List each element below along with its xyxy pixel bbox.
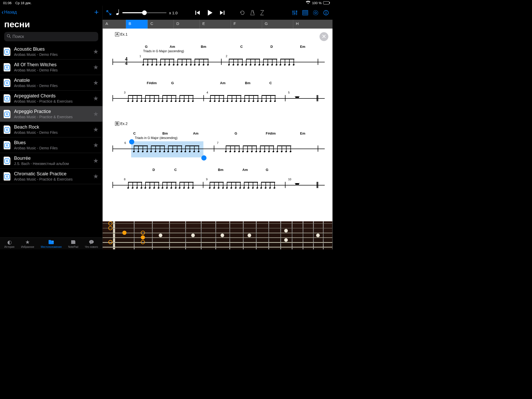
svg-line-1 xyxy=(10,37,11,38)
favorite-star[interactable]: ★ xyxy=(93,110,99,118)
section-c[interactable]: C xyxy=(148,20,174,29)
chord-label: D xyxy=(270,45,273,49)
section-h[interactable]: H xyxy=(293,20,324,29)
tab-label: Избранное xyxy=(21,245,34,248)
info-button[interactable] xyxy=(323,10,329,16)
caption-1: Triads in G Major (ascending) xyxy=(143,49,184,53)
status-bar: 01:06 Ср 18 дек. 100 % xyxy=(0,0,332,6)
fretboard-button[interactable] xyxy=(302,10,308,15)
chord-label: F#dim xyxy=(266,131,276,135)
search-icon xyxy=(7,34,11,39)
tab-whatsnew[interactable]: Что нового xyxy=(85,239,98,248)
song-title: Beach Rock xyxy=(14,124,93,130)
back-button[interactable]: ‹ Назад xyxy=(2,9,17,15)
svg-point-28 xyxy=(326,11,327,12)
song-row[interactable]: BourréeJ.S. Bach - Неизвестный альбом★ xyxy=(0,153,102,169)
tab-label: Местоположения xyxy=(41,245,62,248)
svg-point-26 xyxy=(315,12,317,14)
song-list[interactable]: Acoustic BluesArobas Music - Demo Files★… xyxy=(0,44,102,237)
fretboard[interactable] xyxy=(103,221,332,249)
status-date: Ср 18 дек. xyxy=(15,1,31,5)
folder-icon: ♪ xyxy=(48,239,54,245)
metronome-button[interactable] xyxy=(250,10,255,16)
section-a[interactable]: A xyxy=(103,20,126,29)
song-row[interactable]: Arpeggio PracticeArobas Music - Practice… xyxy=(0,106,102,122)
loop-start-handle[interactable] xyxy=(129,139,134,144)
fret-marker xyxy=(141,231,145,235)
svg-rect-15 xyxy=(292,11,294,12)
tab-locations[interactable]: ♪ Местоположения xyxy=(41,239,62,248)
file-icon xyxy=(4,48,10,56)
search-input[interactable]: Поиск xyxy=(4,32,98,41)
svg-point-6 xyxy=(91,242,92,242)
prev-button[interactable] xyxy=(195,10,201,16)
system-1: Triads in G Major (ascending) GAmBmCDEm … xyxy=(112,48,325,70)
slider-thumb[interactable] xyxy=(142,10,147,15)
song-row[interactable]: AnatoleArobas Music - Demo Files★ xyxy=(0,75,102,91)
status-time: 01:06 xyxy=(3,1,12,5)
add-button[interactable]: + xyxy=(94,8,99,17)
settings-button[interactable] xyxy=(313,10,318,16)
note-icon xyxy=(116,9,120,16)
tab-favorites[interactable]: ★ Избранное xyxy=(21,239,34,248)
score-view[interactable]: ✕ A Ex.1 Triads in G Major (ascending) G… xyxy=(103,29,332,221)
section-b[interactable]: B xyxy=(126,20,148,29)
chord-label: Bm xyxy=(218,168,223,172)
system-4: DCBmAmG 8 9 10 xyxy=(112,171,325,193)
favorite-star[interactable]: ★ xyxy=(93,142,99,149)
section-e[interactable]: E xyxy=(200,20,231,29)
favorite-star[interactable]: ★ xyxy=(93,64,99,71)
tempo-slider[interactable] xyxy=(122,12,167,13)
star-icon: ★ xyxy=(25,239,30,245)
exercise-1-label: A Ex.1 xyxy=(115,32,128,36)
mixer-button[interactable] xyxy=(292,10,298,16)
close-button[interactable]: ✕ xyxy=(320,32,328,41)
song-row[interactable]: All Of Them WitchesArobas Music - Demo F… xyxy=(0,59,102,75)
tab-label: Что нового xyxy=(85,245,98,248)
favorite-star[interactable]: ★ xyxy=(93,79,99,87)
chord-label: G xyxy=(266,168,268,172)
svg-rect-16 xyxy=(294,13,295,14)
file-icon xyxy=(4,79,10,87)
favorite-star[interactable]: ★ xyxy=(93,157,99,164)
favorite-star[interactable]: ★ xyxy=(93,95,99,102)
fret-marker xyxy=(108,221,112,225)
loop-button[interactable] xyxy=(240,10,245,16)
section-f[interactable]: F xyxy=(231,20,262,29)
fullscreen-button[interactable] xyxy=(106,10,111,15)
song-row[interactable]: BluesArobas Music - Demo Files★ xyxy=(0,137,102,153)
fret-marker xyxy=(108,240,112,244)
chord-label: C xyxy=(174,168,177,172)
favorite-star[interactable]: ★ xyxy=(93,48,99,55)
tab-label: NotePad xyxy=(68,245,78,248)
svg-rect-29 xyxy=(326,12,326,14)
svg-text:♪: ♪ xyxy=(52,240,53,243)
section-strip[interactable]: A B C D E F G H xyxy=(103,20,332,29)
system-3: Triads in G Major (descending) CBmAmGF#d… xyxy=(112,135,325,157)
section-g[interactable]: G xyxy=(262,20,293,29)
song-subtitle: Arobas Music - Demo Files xyxy=(14,68,93,72)
loop-end-handle[interactable] xyxy=(201,155,207,161)
tab-history[interactable]: ◐ История xyxy=(4,239,15,248)
svg-point-25 xyxy=(313,10,318,15)
svg-rect-9 xyxy=(195,11,196,15)
song-row[interactable]: Beach RockArobas Music - Demo Files★ xyxy=(0,122,102,137)
tempo-control[interactable]: x 1.0 xyxy=(116,9,178,16)
chord-label: G xyxy=(235,131,237,135)
tab-notepad[interactable]: NotePad xyxy=(68,239,78,248)
song-row[interactable]: Chromatic Scale PracticeArobas Music - P… xyxy=(0,169,102,184)
chevron-left-icon: ‹ xyxy=(2,9,4,15)
play-button[interactable] xyxy=(206,9,214,16)
song-title: Blues xyxy=(14,140,93,145)
favorite-star[interactable]: ★ xyxy=(93,126,99,133)
file-icon xyxy=(4,110,10,118)
chord-label: Am xyxy=(170,45,175,49)
favorite-star[interactable]: ★ xyxy=(93,173,99,180)
bottom-tabs: ◐ История ★ Избранное ♪ Местоположения N… xyxy=(0,237,102,249)
countdown-button[interactable] xyxy=(260,10,264,16)
next-button[interactable] xyxy=(219,10,225,16)
song-row[interactable]: Arpeggiated ChordsArobas Music - Practic… xyxy=(0,91,102,106)
section-d[interactable]: D xyxy=(174,20,200,29)
song-row[interactable]: Acoustic BluesArobas Music - Demo Files★ xyxy=(0,44,102,59)
chord-label: Em xyxy=(300,131,305,135)
